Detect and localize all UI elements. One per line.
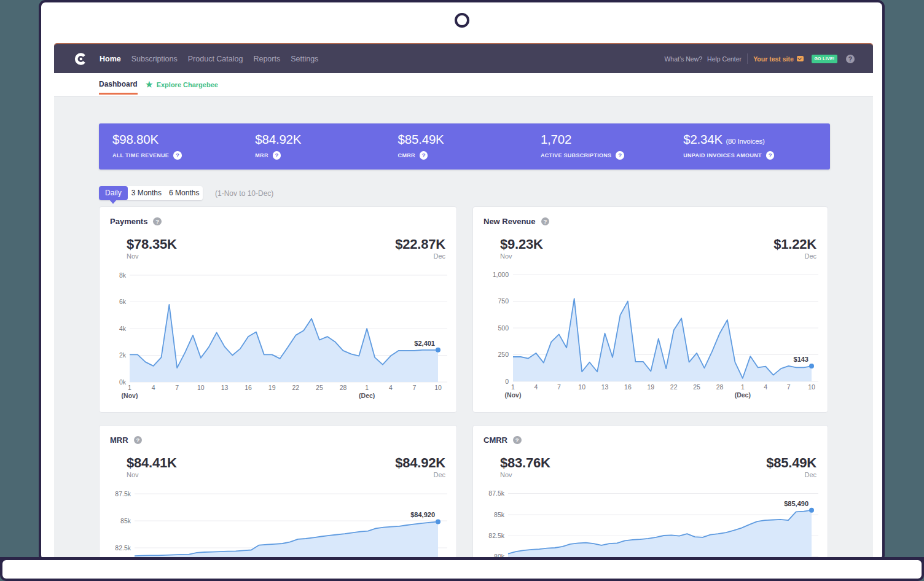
svg-text:82.5k: 82.5k [488,532,504,539]
svg-text:$85,490: $85,490 [784,500,808,507]
svg-text:7: 7 [557,383,561,391]
svg-text:10: 10 [808,383,815,391]
svg-text:7: 7 [175,384,179,391]
svg-text:16: 16 [245,384,252,391]
svg-text:7: 7 [412,384,416,391]
svg-text:13: 13 [221,384,229,391]
svg-text:(Dec): (Dec) [735,391,751,399]
svg-text:(Nov): (Nov) [505,391,522,399]
svg-text:10: 10 [197,384,205,391]
svg-text:1,000: 1,000 [493,271,509,278]
svg-text:2k: 2k [119,351,127,359]
svg-text:0k: 0k [119,378,127,386]
svg-text:87.5k: 87.5k [115,490,131,497]
svg-text:250: 250 [498,351,509,358]
svg-text:10: 10 [578,383,585,391]
svg-text:28: 28 [340,384,347,391]
svg-text:1: 1 [511,383,515,391]
svg-text:28: 28 [716,383,724,391]
svg-text:25: 25 [316,384,323,391]
svg-text:$2,401: $2,401 [414,340,435,347]
svg-text:$143: $143 [794,356,808,363]
svg-text:80k: 80k [494,553,505,557]
svg-text:16: 16 [624,383,632,391]
svg-text:4: 4 [389,384,393,391]
svg-text:(Nov): (Nov) [122,392,138,399]
svg-text:22: 22 [292,384,299,391]
svg-text:85k: 85k [120,517,131,524]
svg-text:(Dec): (Dec) [359,392,375,399]
svg-text:25: 25 [693,383,700,391]
svg-text:$84,920: $84,920 [410,511,435,518]
svg-text:1: 1 [365,384,369,391]
svg-text:82.5k: 82.5k [115,544,131,552]
svg-text:4: 4 [152,384,155,391]
svg-text:4: 4 [764,383,767,391]
svg-text:7: 7 [787,383,791,391]
svg-text:10: 10 [434,384,442,391]
svg-text:4k: 4k [119,325,127,332]
svg-text:1: 1 [741,383,745,391]
svg-text:1: 1 [128,384,131,391]
svg-text:750: 750 [498,297,509,305]
svg-text:6k: 6k [119,298,127,305]
svg-text:22: 22 [670,383,678,391]
svg-text:19: 19 [268,384,276,391]
svg-text:13: 13 [601,383,609,391]
svg-text:87.5k: 87.5k [488,489,504,497]
svg-text:4: 4 [534,383,538,391]
svg-text:85k: 85k [494,511,505,518]
svg-text:500: 500 [498,324,509,332]
svg-text:19: 19 [647,383,654,391]
svg-text:0: 0 [505,378,509,385]
svg-text:8k: 8k [119,271,127,279]
